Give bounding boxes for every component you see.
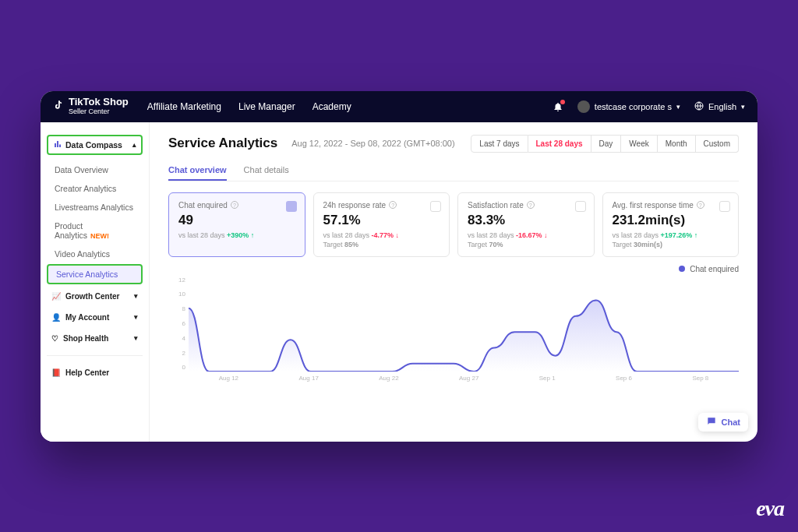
card-chat-enquired[interactable]: Chat enquired ? 49 vs last 28 days +390%… (168, 192, 305, 257)
sidebar-group-label: Growth Center (65, 292, 119, 301)
sidebar-item-product-analytics[interactable]: Product Analytics (47, 217, 143, 244)
sidebar-group-growth-center[interactable]: 📈 Growth Center ▾ (47, 286, 143, 307)
card-target: Target 30min(s) (613, 241, 729, 248)
user-menu[interactable]: testcase corporate s ▾ (577, 100, 680, 113)
x-tick: Sep 6 (616, 375, 632, 386)
heart-icon: ♡ (51, 334, 58, 343)
sidebar-item-livestreams-analytics[interactable]: Livestreams Analytics (47, 199, 143, 216)
info-icon[interactable]: ? (231, 201, 238, 209)
language-menu[interactable]: English ▾ (694, 101, 745, 112)
user-name: testcase corporate s (595, 102, 672, 111)
info-icon[interactable]: ? (389, 201, 397, 209)
topbar: TikTok Shop Seller Center Affiliate Mark… (41, 91, 757, 122)
y-tick: 8 (168, 305, 185, 312)
x-tick: Sep 8 (692, 375, 708, 386)
card-sub: vs last 28 days -16.67% ↓ (468, 231, 584, 239)
svg-rect-3 (59, 144, 61, 147)
chevron-down-icon: ▾ (134, 313, 138, 321)
growth-icon: 📈 (51, 292, 61, 301)
card-checkbox[interactable] (719, 201, 730, 212)
tiktok-icon (53, 100, 64, 113)
sidebar-group-label: Shop Health (63, 334, 108, 343)
tabs: Chat overview Chat details (168, 160, 739, 181)
sidebar-item-help-center[interactable]: 📕 Help Center (47, 362, 143, 383)
y-tick: 2 (168, 350, 185, 357)
x-tick: Aug 22 (379, 375, 398, 386)
x-tick: Aug 12 (219, 375, 238, 386)
chevron-down-icon: ▾ (134, 334, 138, 342)
sidebar: Data Compass ▴ Data Overview Creator Ana… (41, 122, 150, 442)
range-week[interactable]: Week (621, 135, 657, 153)
eva-logo: eva (756, 496, 784, 521)
y-tick: 6 (168, 320, 185, 327)
nav-affiliate[interactable]: Affiliate Marketing (147, 101, 221, 112)
range-custom[interactable]: Custom (696, 135, 739, 153)
y-tick: 0 (168, 364, 185, 371)
language-label: English (708, 102, 736, 111)
info-icon[interactable]: ? (697, 201, 704, 209)
chat-float-button[interactable]: Chat (698, 413, 748, 432)
sidebar-item-data-overview[interactable]: Data Overview (47, 161, 143, 178)
x-tick: Aug 17 (298, 375, 318, 386)
chat-icon (706, 416, 717, 428)
card-checkbox[interactable] (286, 201, 297, 212)
card-value: 83.3% (468, 213, 584, 228)
notifications-icon[interactable] (553, 101, 563, 112)
card-value: 49 (178, 213, 295, 228)
sidebar-item-video-analytics[interactable]: Video Analytics (47, 245, 143, 262)
chart-plot (189, 277, 739, 372)
info-icon[interactable]: ? (527, 201, 535, 209)
card-title: Avg. first response time ? (613, 201, 729, 210)
brand-line1: TikTok Shop (69, 96, 129, 107)
legend-label: Chat enquired (690, 265, 739, 273)
range-last-28[interactable]: Last 28 days (528, 135, 591, 153)
y-tick: 12 (168, 277, 185, 284)
nav-academy[interactable]: Academy (312, 101, 351, 112)
chevron-down-icon: ▾ (134, 292, 138, 300)
page-title: Service Analytics (168, 136, 277, 151)
nav-live-manager[interactable]: Live Manager (238, 101, 295, 112)
card-satisfaction-rate[interactable]: Satisfaction rate ? 83.3% vs last 28 day… (457, 192, 595, 257)
range-buttons: Last 7 days Last 28 days Day Week Month … (471, 135, 739, 153)
sidebar-group-label: My Account (65, 313, 109, 322)
divider (47, 355, 143, 356)
x-axis: Aug 12Aug 17Aug 22Aug 27Sep 1Sep 6Sep 8 (189, 375, 739, 386)
card-avg-first-response[interactable]: Avg. first response time ? 231.2min(s) v… (602, 192, 740, 257)
card-24h-response-rate[interactable]: 24h response rate ? 57.1% vs last 28 day… (313, 192, 450, 257)
x-tick: Aug 27 (459, 375, 478, 386)
card-target: Target 85% (323, 241, 440, 248)
sidebar-item-creator-analytics[interactable]: Creator Analytics (47, 180, 143, 197)
y-tick: 4 (168, 335, 185, 342)
card-sub: vs last 28 days +197.26% ↑ (613, 231, 729, 239)
card-title: 24h response rate ? (323, 201, 440, 210)
bar-chart-icon (53, 139, 62, 150)
user-icon: 👤 (51, 313, 61, 322)
card-title: Satisfaction rate ? (468, 201, 584, 210)
chevron-down-icon: ▾ (676, 103, 680, 111)
y-axis: 121086420 (168, 277, 185, 372)
sidebar-group-data-compass[interactable]: Data Compass ▴ (47, 135, 143, 155)
chat-float-label: Chat (722, 417, 740, 427)
chevron-down-icon: ▾ (741, 103, 745, 111)
range-day[interactable]: Day (591, 135, 622, 153)
card-value: 57.1% (323, 213, 440, 228)
card-sub: vs last 28 days -4.77% ↓ (323, 231, 440, 239)
svg-rect-2 (57, 141, 58, 147)
sidebar-group-shop-health[interactable]: ♡ Shop Health ▾ (47, 328, 143, 349)
sidebar-item-service-analytics[interactable]: Service Analytics (47, 264, 143, 284)
sidebar-group-my-account[interactable]: 👤 My Account ▾ (47, 307, 143, 328)
range-month[interactable]: Month (658, 135, 696, 153)
help-icon: 📕 (51, 368, 61, 377)
chart-area: 121086420 Aug 12Aug 17Aug 22Aug 27Sep 1S… (168, 277, 739, 386)
chevron-up-icon: ▴ (132, 141, 136, 149)
globe-icon (694, 101, 704, 112)
body: Data Compass ▴ Data Overview Creator Ana… (41, 122, 757, 442)
card-checkbox[interactable] (430, 201, 441, 212)
tab-chat-overview[interactable]: Chat overview (168, 160, 227, 181)
svg-rect-1 (55, 143, 56, 147)
top-nav: Affiliate Marketing Live Manager Academy (147, 101, 351, 112)
card-checkbox[interactable] (575, 201, 586, 212)
tab-chat-details[interactable]: Chat details (244, 160, 289, 181)
range-last-7[interactable]: Last 7 days (471, 135, 528, 153)
card-target: Target 70% (468, 241, 584, 248)
